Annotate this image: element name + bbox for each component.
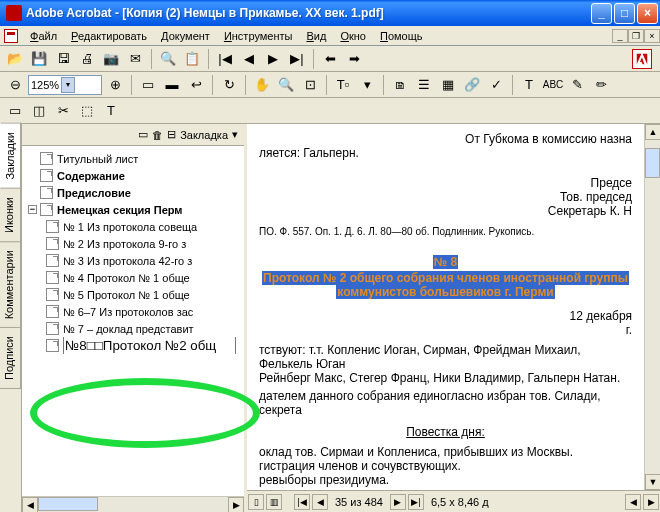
window-minimize-button[interactable]: _ bbox=[591, 3, 612, 24]
new-bookmark-icon[interactable]: ▭ bbox=[138, 128, 148, 141]
scroll-thumb[interactable] bbox=[645, 148, 660, 178]
link-button[interactable]: 🔗 bbox=[461, 74, 483, 96]
bookmarks-menu-arrow[interactable]: ▾ bbox=[232, 128, 238, 141]
window-close-button[interactable]: × bbox=[637, 3, 658, 24]
page-number-field[interactable]: 35 из 484 bbox=[329, 496, 389, 508]
scroll-right-icon[interactable]: ▶ bbox=[228, 497, 244, 512]
mdi-minimize-button[interactable]: _ bbox=[612, 29, 628, 43]
save-button[interactable]: 💾 bbox=[28, 48, 50, 70]
bookmark-item[interactable]: № 1 Из протокола совеща bbox=[28, 218, 244, 235]
bookmark-item[interactable]: −Немецкая секция Перм bbox=[28, 201, 244, 218]
touchup-button[interactable]: ⬚ bbox=[76, 100, 98, 122]
bookmark-item[interactable]: № 3 Из протокола 42-го з bbox=[28, 252, 244, 269]
search-button[interactable]: 🔍 bbox=[157, 48, 179, 70]
window-title: Adobe Acrobat - [Копия (2) Немцы в Прика… bbox=[26, 6, 591, 20]
zoom-out-button[interactable]: ⊖ bbox=[4, 74, 26, 96]
fit-width-button[interactable]: ▬ bbox=[161, 74, 183, 96]
save-as-button[interactable]: 🖫 bbox=[52, 48, 74, 70]
spell-button[interactable]: ABC bbox=[542, 74, 564, 96]
print-button[interactable]: 🖨 bbox=[76, 48, 98, 70]
last-page-button[interactable]: ▶| bbox=[286, 48, 308, 70]
dropdown-icon[interactable]: ▾ bbox=[61, 77, 75, 93]
bookmarks-hscrollbar[interactable]: ◀ ▶ bbox=[22, 496, 244, 512]
bookmark-item[interactable]: № 4 Протокол № 1 обще bbox=[28, 269, 244, 286]
bookmark-tree-icon[interactable]: ⊟ bbox=[167, 128, 176, 141]
menu-file[interactable]: Файл bbox=[24, 28, 63, 44]
doc-number-highlighted: № 8 bbox=[433, 255, 458, 269]
scroll-thumb[interactable] bbox=[38, 497, 98, 511]
page-layout-cont-icon[interactable]: ▥ bbox=[266, 494, 282, 510]
status-prev-page-button[interactable]: ◀ bbox=[312, 494, 328, 510]
reflow-button[interactable]: ↩ bbox=[185, 74, 207, 96]
bookmark-item[interactable]: № 2 Из протокола 9-го з bbox=[28, 235, 244, 252]
hand-tool-button[interactable]: ✋ bbox=[251, 74, 273, 96]
next-page-button[interactable]: ▶ bbox=[262, 48, 284, 70]
pointer-button[interactable]: ▭ bbox=[4, 100, 26, 122]
document-page[interactable]: От Губкома в комиссию назна ляется: Галь… bbox=[247, 124, 644, 490]
tree-collapse-icon[interactable]: − bbox=[28, 205, 37, 214]
select-arrow-icon[interactable]: ▾ bbox=[356, 74, 378, 96]
bookmark-page-icon bbox=[46, 322, 59, 335]
scroll-left-icon[interactable]: ◀ bbox=[22, 497, 38, 512]
menu-view[interactable]: Вид bbox=[300, 28, 332, 44]
menu-tools[interactable]: Инструменты bbox=[218, 28, 299, 44]
note-button[interactable]: 🗈 bbox=[389, 74, 411, 96]
loupe-button[interactable]: ⊡ bbox=[299, 74, 321, 96]
mdi-close-button[interactable]: × bbox=[644, 29, 660, 43]
pencil-button[interactable]: ✏ bbox=[590, 74, 612, 96]
status-hscroll-right-icon[interactable]: ▶ bbox=[643, 494, 659, 510]
page-layout-single-icon[interactable]: ▯ bbox=[248, 494, 264, 510]
bookmark-item[interactable]: № 5 Протокол № 1 обще bbox=[28, 286, 244, 303]
bookmark-item[interactable]: № 7 – доклад представит bbox=[28, 320, 244, 337]
tab-icons[interactable]: Иконки bbox=[0, 188, 21, 242]
status-next-page-button[interactable]: ▶ bbox=[390, 494, 406, 510]
prev-page-button[interactable]: ◀ bbox=[238, 48, 260, 70]
bookmark-item[interactable] bbox=[28, 337, 244, 354]
tab-bookmarks[interactable]: Закладки bbox=[0, 123, 21, 189]
touchup-text-button[interactable]: T bbox=[100, 100, 122, 122]
document-vscrollbar[interactable]: ▲ ▼ bbox=[644, 124, 660, 490]
menu-document[interactable]: Документ bbox=[155, 28, 216, 44]
crop-button[interactable]: ✂ bbox=[52, 100, 74, 122]
bookmark-item[interactable]: Предисловие bbox=[28, 184, 244, 201]
bookmark-rename-input[interactable] bbox=[63, 337, 236, 354]
delete-bookmark-icon[interactable]: 🗑 bbox=[152, 129, 163, 141]
zoom-tool-button[interactable]: 🔍 bbox=[275, 74, 297, 96]
bookmark-label: № 1 Из протокола совеща bbox=[63, 221, 197, 233]
highlight-button[interactable]: T bbox=[518, 74, 540, 96]
menu-help[interactable]: Помощь bbox=[374, 28, 429, 44]
zoom-combo[interactable]: 125% ▾ bbox=[28, 75, 102, 95]
tab-comments[interactable]: Комментарии bbox=[0, 241, 21, 328]
rotate-button[interactable]: ↻ bbox=[218, 74, 240, 96]
sign-button[interactable]: ✎ bbox=[566, 74, 588, 96]
scan-button[interactable]: 📷 bbox=[100, 48, 122, 70]
status-first-page-button[interactable]: |◀ bbox=[294, 494, 310, 510]
stamp-button[interactable]: ✓ bbox=[485, 74, 507, 96]
article-button[interactable]: ▦ bbox=[437, 74, 459, 96]
scroll-down-icon[interactable]: ▼ bbox=[645, 474, 660, 490]
form-button[interactable]: ☰ bbox=[413, 74, 435, 96]
bookmark-label: Немецкая секция Перм bbox=[57, 204, 183, 216]
email-button[interactable]: ✉ bbox=[124, 48, 146, 70]
first-page-button[interactable]: |◀ bbox=[214, 48, 236, 70]
status-last-page-button[interactable]: ▶| bbox=[408, 494, 424, 510]
scroll-up-icon[interactable]: ▲ bbox=[645, 124, 660, 140]
bookmark-item[interactable]: Содержание bbox=[28, 167, 244, 184]
status-hscroll-left-icon[interactable]: ◀ bbox=[625, 494, 641, 510]
open-button[interactable]: 📂 bbox=[4, 48, 26, 70]
adobe-logo bbox=[632, 49, 652, 69]
object-button[interactable]: ◫ bbox=[28, 100, 50, 122]
mdi-restore-button[interactable]: ❐ bbox=[628, 29, 644, 43]
fit-page-button[interactable]: ▭ bbox=[137, 74, 159, 96]
forward-button[interactable]: ➡ bbox=[343, 48, 365, 70]
menu-window[interactable]: Окно bbox=[334, 28, 372, 44]
tab-signatures[interactable]: Подписи bbox=[0, 327, 21, 389]
window-maximize-button[interactable]: □ bbox=[614, 3, 635, 24]
bookmark-item[interactable]: Титульный лист bbox=[28, 150, 244, 167]
back-button[interactable]: ⬅ bbox=[319, 48, 341, 70]
find-button[interactable]: 📋 bbox=[181, 48, 203, 70]
text-select-button[interactable]: T▫ bbox=[332, 74, 354, 96]
menu-edit[interactable]: Редактировать bbox=[65, 28, 153, 44]
zoom-in-button[interactable]: ⊕ bbox=[104, 74, 126, 96]
bookmark-item[interactable]: № 6–7 Из протоколов зас bbox=[28, 303, 244, 320]
